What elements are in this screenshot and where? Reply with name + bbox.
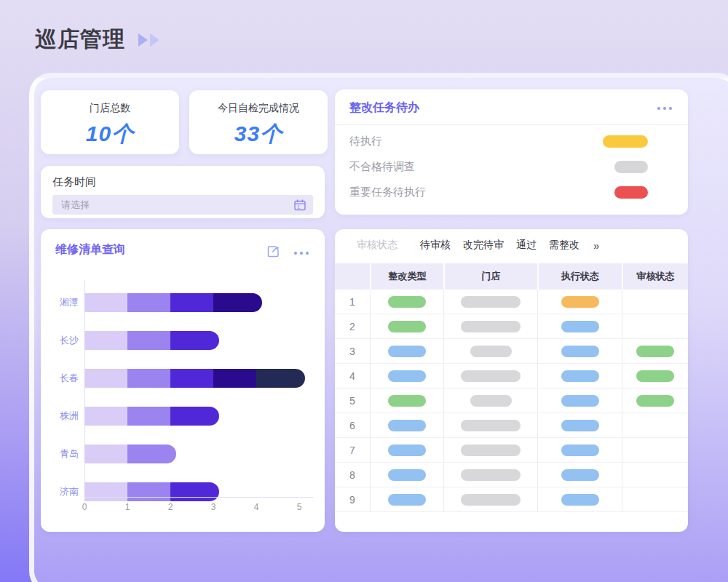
table-cell <box>370 314 443 338</box>
table-row: 2 <box>335 314 688 339</box>
bar-segment <box>213 369 256 388</box>
status-pill <box>388 494 426 506</box>
bar-segment <box>213 293 262 312</box>
table-cell <box>443 413 537 437</box>
row-index: 9 <box>349 494 355 506</box>
stat-label: 今日自检完成情况 <box>189 102 328 115</box>
arrow-right-icon <box>150 33 159 47</box>
todo-panel: 整改任务待办 待执行不合格待调查重要任务待执行 <box>335 89 688 215</box>
bar-segment <box>84 445 127 463</box>
bar-segment <box>170 331 219 350</box>
stat-card-self-check: 今日自检完成情况 33个 <box>189 90 328 154</box>
table-header-cell: 门店 <box>443 263 537 290</box>
bar-segment <box>84 369 127 388</box>
divider <box>335 124 688 125</box>
table-body: 123456789 <box>335 290 688 512</box>
row-index-cell: 7 <box>335 438 370 462</box>
table-cell <box>537 364 622 388</box>
chart-row: 株洲 <box>84 397 317 435</box>
review-table: 整改类型门店执行状态审核状态 123456789 <box>335 263 688 512</box>
chart-category-label: 长沙 <box>42 334 79 347</box>
repair-panel-title: 维修清单查询 <box>55 242 125 258</box>
table-cell <box>443 364 537 388</box>
share-icon[interactable] <box>266 244 281 262</box>
ellipsis-icon[interactable] <box>294 252 309 255</box>
x-tick-label: 0 <box>76 502 93 512</box>
table-cell <box>443 487 537 511</box>
table-header-cell: 整改类型 <box>370 263 443 290</box>
status-pill <box>470 346 512 357</box>
table-cell <box>370 339 443 363</box>
table-row: 1 <box>335 290 688 314</box>
chart-x-ticks: 012345 <box>41 502 325 514</box>
table-cell <box>443 314 537 338</box>
svg-text:1: 1 <box>297 204 300 210</box>
bar-segment <box>127 369 170 388</box>
status-pill <box>561 494 599 506</box>
tab-0[interactable]: 待审核 <box>420 239 451 252</box>
table-cell <box>622 487 688 511</box>
table-cell <box>370 413 443 437</box>
status-pill <box>636 395 674 407</box>
bar-segment <box>127 407 170 426</box>
status-pill <box>388 346 426 357</box>
repair-list-panel: 维修清单查询 湘潭长沙长春株洲青岛济南 012345 <box>41 229 325 532</box>
table-cell <box>622 388 688 412</box>
table-cell <box>537 339 622 363</box>
table-cell <box>443 339 537 363</box>
status-pill <box>561 445 599 456</box>
todo-panel-title: 整改任务待办 <box>349 100 419 116</box>
table-cell <box>370 463 443 487</box>
bar-segment <box>84 293 127 312</box>
table-row: 9 <box>335 487 688 512</box>
table-row: 4 <box>335 364 688 388</box>
task-time-input[interactable] <box>52 195 313 215</box>
row-index: 1 <box>349 296 355 308</box>
filter-label: 审核状态 <box>357 239 397 252</box>
table-cell <box>622 438 688 462</box>
bar-segment <box>127 293 170 312</box>
bar-segment <box>170 293 213 312</box>
table-cell <box>443 438 537 462</box>
bar-segment <box>170 407 219 426</box>
status-pill <box>461 445 521 456</box>
table-cell <box>622 463 688 487</box>
table-cell <box>370 438 443 462</box>
table-row: 3 <box>335 339 688 364</box>
table-cell <box>622 339 688 363</box>
ellipsis-icon[interactable] <box>657 107 672 110</box>
page-title-text: 巡店管理 <box>35 25 125 55</box>
table-row: 7 <box>335 438 688 463</box>
row-index-cell: 9 <box>335 487 370 511</box>
review-status-panel: 审核状态 待审核改完待审通过需整改 » 整改类型门店执行状态审核状态 12345… <box>335 229 688 532</box>
bar-segment <box>127 482 170 501</box>
table-header-row: 整改类型门店执行状态审核状态 <box>335 263 688 290</box>
bar-segment <box>256 369 305 388</box>
table-cell <box>622 290 688 314</box>
chart-category-label: 湘潭 <box>42 296 79 309</box>
tab-1[interactable]: 改完待审 <box>463 239 504 252</box>
status-pill <box>388 395 426 407</box>
status-pill <box>561 346 599 357</box>
calendar-icon[interactable]: 1 <box>293 199 306 215</box>
table-cell <box>537 290 622 314</box>
status-pill <box>388 321 426 332</box>
tab-3[interactable]: 需整改 <box>549 239 579 252</box>
status-pill <box>461 296 521 308</box>
table-cell <box>370 364 443 388</box>
task-time-card: 任务时间 1 <box>41 166 325 218</box>
more-tabs-button[interactable]: » <box>593 239 599 252</box>
table-cell <box>370 290 443 314</box>
status-pill <box>388 420 426 431</box>
status-pill <box>561 420 599 431</box>
stat-value: 10个 <box>41 119 179 149</box>
table-cell <box>537 388 622 412</box>
tab-2[interactable]: 通过 <box>516 239 537 252</box>
status-pill <box>470 395 512 407</box>
chart-row: 青岛 <box>84 435 317 473</box>
todo-count-pill <box>614 161 648 173</box>
status-pill <box>388 445 426 456</box>
status-pill <box>461 321 521 332</box>
x-tick-label: 1 <box>119 502 136 512</box>
chart-row: 长沙 <box>84 322 317 359</box>
